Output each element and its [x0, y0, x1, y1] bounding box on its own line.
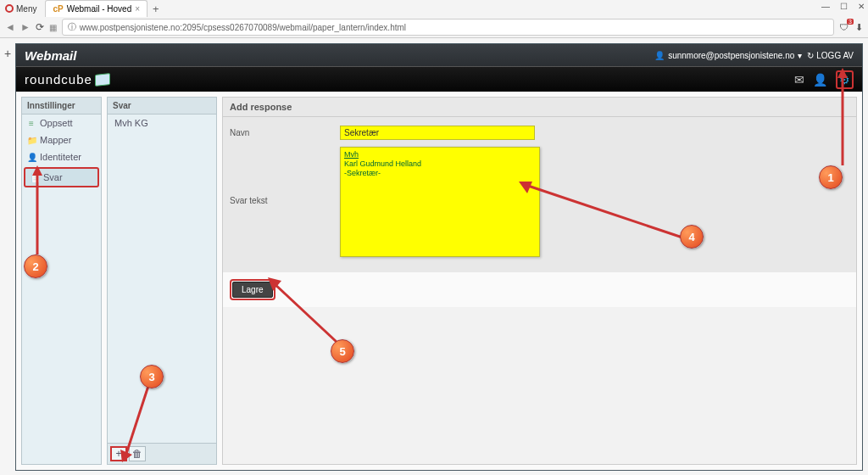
sidebar-item-label: Oppsett	[40, 118, 73, 128]
annotation-bubble-3: 3	[140, 365, 164, 388]
address-bar: ◄ ► ⟳ ▦ ⓘ www.postpensjonistene.no:2095/…	[0, 17, 868, 37]
logout-icon: ↻	[807, 51, 814, 60]
save-row: Lagre	[223, 272, 856, 307]
contacts-icon[interactable]: 👤	[813, 73, 827, 87]
site-info-icon: ⓘ	[68, 21, 76, 33]
delete-response-button[interactable]: 🗑	[129, 446, 146, 461]
annotation-bubble-1: 1	[819, 165, 843, 189]
settings-gear-icon[interactable]: ⚙	[836, 70, 854, 89]
url-text: www.postpensjonistene.no:2095/cpsess0267…	[80, 23, 406, 32]
annotation-bubble-4: 4	[680, 225, 704, 249]
sidebar-header: Innstillinger	[22, 98, 101, 115]
sidebar-item-label: Svar	[43, 172, 63, 182]
text-line1: Mvh	[344, 150, 359, 159]
window-controls: — ☐ ✕	[821, 2, 865, 11]
webmail-app: Webmail 👤 sunnmore@postpensjonistene.no …	[15, 43, 863, 471]
annotation-bubble-2: 2	[24, 254, 47, 278]
sidebar-item-oppsett[interactable]: ≡ Oppsett	[22, 115, 101, 131]
tab-close-icon[interactable]: ×	[135, 4, 140, 14]
response-text-area[interactable]: Mvh Karl Gudmund Helland -Sekretær-	[340, 147, 540, 257]
app-container: + Webmail 👤 sunnmore@postpensjonistene.n…	[0, 38, 868, 475]
sidebar-item-svar[interactable]: 📄 Svar	[24, 167, 99, 187]
save-highlight: Lagre	[230, 279, 275, 300]
chevron-down-icon: ▾	[798, 51, 802, 60]
sidebar-item-identiteter[interactable]: 👤 Identiteter	[22, 148, 101, 165]
tab-bar: Meny cP Webmail - Hoved × + — ☐ ✕	[0, 0, 868, 17]
workspace: Innstillinger ≡ Oppsett 📁 Mapper 👤 Ident…	[16, 92, 862, 470]
nav-back-icon[interactable]: ◄	[5, 21, 15, 33]
side-plus-button[interactable]: +	[0, 43, 15, 471]
new-tab-button[interactable]: +	[153, 3, 159, 15]
add-response-button[interactable]: +	[110, 446, 127, 461]
reload-icon[interactable]: ⟳	[36, 21, 44, 33]
sidebar-item-label: Mapper	[40, 135, 71, 145]
webmail-topbar: Webmail 👤 sunnmore@postpensjonistene.no …	[16, 44, 862, 66]
speed-dial-icon[interactable]: ▦	[49, 23, 57, 32]
trash-icon: 🗑	[132, 448, 142, 460]
roundcube-brand: roundcube	[25, 72, 92, 87]
name-input[interactable]	[340, 126, 535, 140]
window-maximize-button[interactable]: ☐	[840, 2, 848, 11]
opera-icon	[5, 4, 14, 13]
browser-tab[interactable]: cP Webmail - Hoved ×	[45, 0, 147, 17]
text-line2: Karl Gudmund Helland	[344, 159, 421, 168]
shield-icon[interactable]: 🛡	[839, 22, 849, 33]
response-item-label: Mvh KG	[114, 118, 148, 128]
form-area: Navn Svar tekst Mvh Karl Gudmund Helland…	[223, 117, 856, 272]
user-email: sunnmore@postpensjonistene.no	[668, 51, 794, 60]
responses-panel: Svar Mvh KG + 🗑	[107, 97, 217, 465]
identity-icon: 👤	[27, 153, 36, 162]
response-editor: Add response Navn Svar tekst Mvh Karl Gu…	[222, 97, 857, 465]
browser-chrome: Meny cP Webmail - Hoved × + — ☐ ✕ ◄ ► ⟳ …	[0, 0, 868, 38]
text-label: Svar tekst	[230, 147, 340, 205]
menu-label: Meny	[16, 4, 36, 14]
responses-toolbar: + 🗑	[108, 443, 216, 464]
roundcube-logo-icon	[95, 73, 110, 87]
response-list-item[interactable]: Mvh KG	[108, 115, 216, 131]
settings-sidebar: Innstillinger ≡ Oppsett 📁 Mapper 👤 Ident…	[21, 97, 102, 465]
user-menu[interactable]: 👤 sunnmore@postpensjonistene.no ▾	[654, 51, 802, 60]
sidebar-item-label: Identiteter	[40, 152, 81, 162]
url-field[interactable]: ⓘ www.postpensjonistene.no:2095/cpsess02…	[62, 19, 834, 36]
window-minimize-button[interactable]: —	[821, 2, 830, 11]
roundcube-bar: roundcube ✉ 👤 ⚙	[16, 66, 862, 92]
name-label: Navn	[230, 126, 340, 137]
plus-icon: +	[115, 448, 121, 460]
logoff-button[interactable]: ↻ LOGG AV	[807, 51, 854, 60]
text-line3: -Sekretær-	[344, 169, 381, 177]
save-button[interactable]: Lagre	[232, 282, 273, 298]
file-icon: 📄	[31, 173, 39, 182]
cpanel-icon: cP	[53, 4, 63, 14]
responses-header: Svar	[108, 98, 216, 115]
download-icon[interactable]: ⬇	[855, 22, 863, 33]
tab-title: Webmail - Hoved	[67, 4, 132, 14]
window-close-button[interactable]: ✕	[858, 2, 865, 11]
editor-header: Add response	[223, 98, 856, 117]
folder-icon: 📁	[27, 136, 36, 145]
nav-forward-icon[interactable]: ►	[20, 21, 31, 33]
text-row: Svar tekst Mvh Karl Gudmund Helland -Sek…	[230, 147, 849, 257]
annotation-bubble-5: 5	[331, 339, 354, 363]
logoff-label: LOGG AV	[816, 51, 854, 60]
mail-icon[interactable]: ✉	[794, 73, 804, 87]
name-row: Navn	[230, 126, 849, 140]
webmail-brand: Webmail	[25, 48, 76, 63]
sliders-icon: ≡	[27, 119, 36, 128]
menu-button[interactable]: Meny	[0, 3, 42, 15]
sidebar-item-mapper[interactable]: 📁 Mapper	[22, 131, 101, 148]
user-icon: 👤	[654, 51, 665, 60]
